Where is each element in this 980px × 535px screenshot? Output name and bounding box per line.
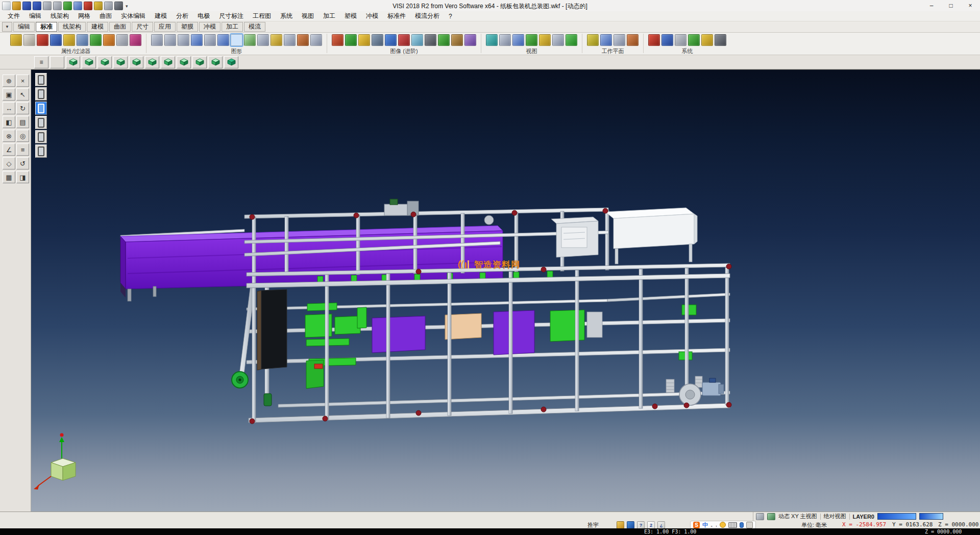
menu-item-18[interactable]: 模流分析	[410, 11, 444, 21]
img-material-icon[interactable]	[451, 34, 463, 46]
display-mode-button-2[interactable]	[35, 87, 47, 101]
qat-open-icon[interactable]	[12, 2, 21, 10]
qat-print-icon[interactable]	[43, 2, 52, 10]
gfx-ellipse-icon[interactable]	[244, 34, 256, 46]
menu-item-7[interactable]: 建模	[150, 11, 172, 21]
ime-bar[interactable]: S 中 。,	[690, 521, 756, 529]
snap-toggle-label[interactable]: 拴宇	[587, 521, 599, 529]
display-mode-button-4[interactable]	[35, 116, 47, 129]
view-front-icon[interactable]	[552, 34, 564, 46]
sys-monitor-icon[interactable]	[662, 34, 673, 46]
viewport-3d[interactable]: 智造资料网	[31, 69, 980, 512]
toolbar-tab-1[interactable]: 编辑	[13, 22, 35, 32]
ime-toolbox-icon[interactable]	[746, 522, 753, 528]
zoom-in-icon[interactable]: ⊕	[3, 75, 15, 87]
menu-item-8[interactable]: 分析	[172, 11, 193, 21]
view-iso3-button[interactable]	[192, 56, 207, 68]
workplane-3pt-icon[interactable]	[614, 34, 625, 46]
img-screenshot-icon[interactable]	[464, 34, 476, 46]
menu-item-17[interactable]: 标准件	[383, 11, 410, 21]
sys-table-icon[interactable]	[701, 34, 713, 46]
grid-icon[interactable]: ▦	[3, 171, 15, 183]
workplane-xy-icon[interactable]	[587, 34, 599, 46]
mirror-icon[interactable]: ◧	[3, 116, 15, 128]
toolbar-tab-3[interactable]: 线架构	[58, 22, 86, 32]
view-lock-icon[interactable]	[767, 513, 775, 520]
rotate-icon[interactable]: ↻	[16, 102, 29, 114]
attr-check-icon[interactable]	[90, 34, 102, 46]
view-iso1-button[interactable]	[161, 56, 175, 68]
display-mode-button-6[interactable]	[35, 144, 47, 158]
gfx-extend-icon[interactable]	[310, 34, 322, 46]
point-tool-icon[interactable]: ◇	[3, 157, 15, 169]
menu-item-4[interactable]: 网格	[74, 11, 95, 21]
qat-undo-icon[interactable]	[63, 2, 72, 10]
view-rotate-icon[interactable]	[486, 34, 498, 46]
view-left-button[interactable]	[97, 56, 112, 68]
gfx-polyline-icon[interactable]	[217, 34, 229, 46]
view-history-icon[interactable]	[756, 513, 764, 520]
img-background-icon[interactable]	[385, 34, 397, 46]
qat-settings-icon[interactable]	[114, 2, 123, 10]
ime-keyboard-icon[interactable]	[728, 522, 737, 528]
sys-calculator-icon[interactable]	[675, 34, 687, 46]
undo-view-icon[interactable]: ↺	[16, 157, 29, 169]
ime-language-toggle[interactable]: 中	[702, 521, 708, 529]
delete-icon[interactable]: ×	[16, 75, 29, 87]
qat-overflow-caret[interactable]: ▾	[126, 4, 128, 9]
img-transparency-icon[interactable]	[411, 34, 423, 46]
menu-item-16[interactable]: 冲模	[361, 11, 383, 21]
color-scale-bar[interactable]	[877, 513, 916, 520]
qat-copy-icon[interactable]	[94, 2, 103, 10]
absolute-view-label[interactable]: 绝对视图	[824, 513, 846, 520]
view-fit-icon[interactable]	[526, 34, 537, 46]
selection-window-icon[interactable]: ▣	[3, 88, 15, 101]
menu-item-19[interactable]: ?	[444, 12, 457, 21]
img-edges-icon[interactable]	[438, 34, 450, 46]
attr-eraser-icon[interactable]	[23, 34, 35, 46]
img-light-icon[interactable]	[358, 34, 370, 46]
measure-angle-icon[interactable]: ∠	[3, 143, 15, 156]
circle-tool-icon[interactable]: ◎	[16, 130, 29, 142]
toolbar-tab-7[interactable]: 应用	[154, 22, 176, 32]
layer-label[interactable]: LAYER0	[853, 514, 874, 520]
toolbar-tab-10[interactable]: 加工	[222, 22, 243, 32]
gfx-circle-icon[interactable]	[191, 34, 203, 46]
display-mode-button-1[interactable]	[35, 73, 47, 86]
attr-red-arrow-icon[interactable]	[37, 34, 48, 46]
toolbar-tab-4[interactable]: 建模	[87, 22, 108, 32]
layers-icon[interactable]: ▤	[16, 116, 29, 128]
tray-help-icon[interactable]: ?	[637, 521, 645, 529]
view-bottom-button[interactable]	[145, 56, 159, 68]
menu-item-9[interactable]: 电极	[193, 11, 214, 21]
ime-emoji-icon[interactable]	[720, 522, 726, 528]
close-button[interactable]: ×	[961, 0, 980, 11]
secondary-color-bar[interactable]	[919, 513, 943, 520]
workplane-reset-icon[interactable]	[627, 34, 639, 46]
display-mode-button-3[interactable]	[35, 102, 47, 115]
qat-cut-icon[interactable]	[84, 2, 92, 10]
view-iso4-button[interactable]	[208, 56, 223, 68]
menu-item-14[interactable]: 加工	[318, 11, 340, 21]
qat-preview-icon[interactable]	[53, 2, 62, 10]
tab-dropdown-button[interactable]: ▼	[2, 22, 12, 32]
trim-icon[interactable]: ⊗	[3, 130, 15, 142]
attr-layers-icon[interactable]	[77, 34, 88, 46]
toolbar-tab-6[interactable]: 尺寸	[132, 22, 153, 32]
menu-item-3[interactable]: 线架构	[46, 11, 74, 21]
sogou-logo-icon[interactable]: S	[693, 522, 700, 528]
toolbar-tab-11[interactable]: 模流	[244, 22, 265, 32]
attr-blue-arrow-icon[interactable]	[50, 34, 62, 46]
view-previous-icon[interactable]	[539, 34, 551, 46]
gfx-arc-icon[interactable]	[178, 34, 189, 46]
view-iso2-button[interactable]	[177, 56, 191, 68]
qat-save-icon[interactable]	[22, 2, 31, 10]
view-right-button[interactable]	[113, 56, 128, 68]
toolbar-tab-9[interactable]: 冲模	[199, 22, 220, 32]
qat-redo-icon[interactable]	[74, 2, 82, 10]
img-texture-icon[interactable]	[345, 34, 357, 46]
translate-icon[interactable]: ↔	[3, 102, 15, 114]
select-arrow-icon[interactable]: ↖	[16, 88, 29, 101]
gfx-spline-icon[interactable]	[231, 34, 242, 46]
gfx-offset-icon[interactable]	[257, 34, 269, 46]
